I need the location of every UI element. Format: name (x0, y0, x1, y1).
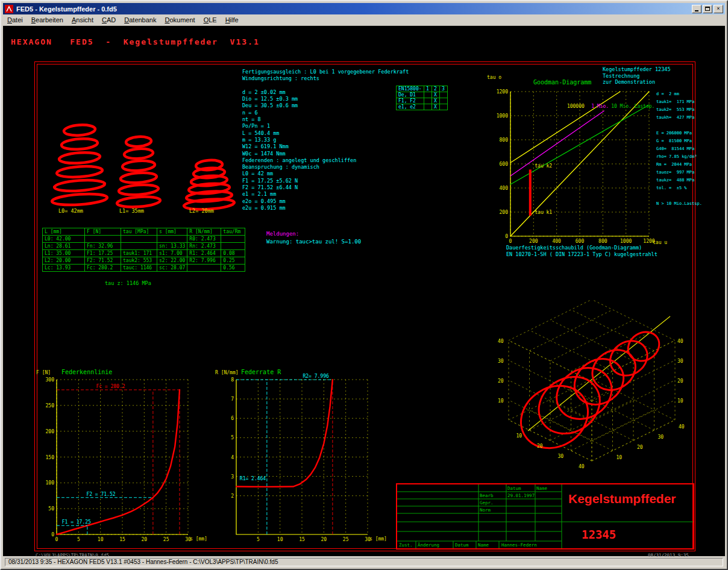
table-cell: R1: 2.464 (187, 250, 221, 257)
svg-text:20: 20 (637, 445, 643, 450)
spring-label-l2: L2= 20mm (189, 208, 214, 214)
svg-text:200: 200 (529, 239, 538, 244)
svg-text:800: 800 (598, 239, 607, 244)
table-cell: s1: 7.00 (157, 250, 187, 257)
svg-text:s [mm]: s [mm] (369, 536, 387, 542)
table-cell: F1: 17.25 (85, 250, 121, 257)
material-line: tauk1= 171 MPa (656, 98, 702, 106)
svg-text:30: 30 (498, 359, 504, 364)
table-cell: Fn: 32.96 (85, 243, 121, 250)
en-mark-cell (424, 104, 431, 110)
table-row: Ln: 28.61Fn: 32.96 sn: 13.33Rn: 2.473 (43, 243, 245, 250)
table-row: Lc: 13.93Fc: 280.2tauc: 1146sc: 28.07 0.… (43, 265, 245, 272)
spec-line: F2 = 71.52 ±6.44 N (242, 184, 409, 191)
svg-text:6: 6 (231, 416, 234, 421)
table-row: L0: 42.00 R0: 2.473 (43, 236, 245, 243)
svg-text:2: 2 (231, 493, 234, 499)
tb-name-header: Name (536, 486, 547, 491)
spec-line: Deu = 30.5 ±0.6 mm (242, 102, 409, 109)
table-cell: sc: 28.07 (157, 265, 187, 272)
table-cell: R2: 7.996 (187, 257, 221, 265)
spring-label-l0: L0= 42mm (58, 208, 83, 214)
svg-text:10: 10 (516, 433, 522, 439)
table-cell: tauk1: 171 (121, 250, 157, 257)
svg-text:10: 10 (617, 455, 623, 460)
app-window: FED5 - Kegelstumpffeder - 0.fd5 × DateiB… (0, 0, 728, 570)
table-cell (121, 243, 157, 250)
svg-text:30: 30 (558, 454, 564, 459)
table-cell (187, 265, 221, 272)
en-col-header: 2 (431, 86, 439, 92)
svg-text:5: 5 (231, 435, 234, 440)
spring-l0 (52, 124, 108, 207)
svg-text:Fc = 280.2: Fc = 280.2 (96, 384, 125, 389)
svg-text:10: 10 (98, 537, 104, 542)
material-line: G40= 81544 MPa (656, 145, 702, 153)
spring-l1 (117, 136, 161, 208)
table-cell: 0.56 (221, 265, 245, 272)
spec-line: m = 13.33 g (242, 137, 409, 143)
warning-text: Warnung: tauc>tau zul! S=1.00 (266, 238, 361, 246)
material-data-block: d = 2 mmtauk1= 171 MPatauk2= 553 MPatauk… (656, 90, 702, 208)
table-cell: sn: 13.33 (157, 243, 187, 250)
svg-text:7: 7 (231, 396, 234, 402)
table-cell: Ln: 28.61 (43, 243, 85, 250)
status-text: 08/31/2013 9:35 - HEXAGON FED5 V13.1 #04… (5, 558, 723, 566)
svg-text:30: 30 (658, 434, 664, 440)
material-line: d = 2 mm (656, 90, 702, 98)
spec-line: nt = 8 (242, 116, 409, 123)
svg-text:20: 20 (142, 537, 148, 542)
spec-line: e2o = 0.495 mm (242, 198, 409, 205)
spec-line: Federenden : angelegt und geschliffen (242, 157, 409, 164)
svg-text:250: 250 (46, 403, 55, 409)
table-row: e1, e2 X (397, 104, 448, 110)
column-header: tau/Rm (221, 228, 245, 236)
svg-text:0: 0 (55, 537, 58, 542)
tb-bearb-datum: 29.01.1997 (507, 493, 535, 498)
federrate-chart: 510152025302345678Federrate RR [N/mm]s [… (213, 363, 397, 543)
svg-text:40: 40 (498, 339, 504, 344)
svg-text:100000: 100000 (567, 104, 585, 109)
svg-text:4: 4 (231, 455, 234, 460)
material-line: tol. = ±5 % (656, 184, 702, 192)
table-row: De, D1 X (397, 92, 448, 98)
spec-line: W12 = 619.1 Nmm (242, 143, 409, 150)
svg-text:150: 150 (46, 455, 55, 460)
svg-text:5: 5 (77, 537, 80, 542)
tb-norm-label: Norm (480, 507, 491, 513)
table-cell: F2: 71.52 (85, 257, 121, 265)
svg-text:Federkennlinie: Federkennlinie (61, 369, 112, 375)
svg-text:40: 40 (679, 424, 685, 430)
tb-gepr-label: Gepr. (480, 500, 494, 506)
spring-label-l1: L1= 35mm (119, 208, 144, 214)
spec-line: Po/Pn = 1 (242, 123, 409, 130)
caption-line: Dauerfestigkeitsschaubild (Goodman-Diagr… (506, 245, 657, 251)
table-row: F1, F2 X (397, 98, 448, 104)
svg-text:20: 20 (537, 443, 543, 449)
results-table: L [mm]F [N]tau [MPa]s [mm]R [N/mm]tau/Rm… (42, 228, 245, 272)
svg-text:20: 20 (677, 378, 683, 384)
column-header: s [mm] (157, 228, 187, 236)
table-cell: L1: 35.00 (43, 250, 85, 257)
goodman-diagram: 0200400600800100012000200400600800100012… (483, 64, 676, 254)
table-cell: R0: 2.473 (187, 236, 221, 243)
en-table-title: EN15800- (397, 86, 424, 92)
tb-name-label: Name (478, 542, 489, 548)
svg-text:F2 = 71.52: F2 = 71.52 (86, 492, 115, 497)
svg-text:400: 400 (552, 239, 561, 244)
svg-text:0: 0 (509, 239, 512, 244)
svg-text:10: 10 (498, 398, 504, 404)
material-line: G = 81500 MPa (656, 137, 702, 145)
table-cell (221, 243, 245, 250)
table-cell: Fc: 280.2 (85, 265, 121, 272)
svg-text:tau k2: tau k2 (535, 163, 552, 169)
table-cell (85, 236, 121, 243)
svg-text:20: 20 (498, 378, 504, 384)
chart-svg-goodman: 0200400600800100012000200400600800100012… (483, 64, 676, 254)
svg-text:R2= 7.996: R2= 7.996 (303, 374, 329, 379)
svg-text:300: 300 (46, 377, 55, 383)
column-header: F [N] (85, 228, 121, 236)
spec-line: n = 6 (242, 110, 409, 116)
en-col-header: 3 (439, 86, 447, 92)
en-row-label: De, D1 (397, 92, 424, 98)
